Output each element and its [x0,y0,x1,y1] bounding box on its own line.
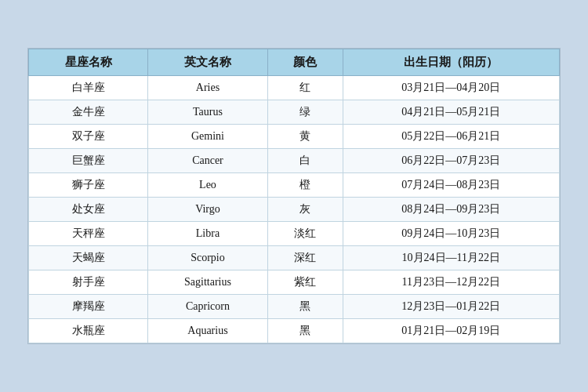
table-row: 狮子座Leo橙07月24日—08月23日 [29,173,560,198]
table-row: 金牛座Taurus绿04月21日—05月21日 [29,100,560,125]
cell-0-0: 白羊座 [29,76,148,100]
cell-8-2: 紫红 [267,270,343,295]
cell-1-1: Taurus [148,100,267,125]
table-row: 射手座Sagittarius紫红11月23日—12月22日 [29,270,560,295]
cell-0-3: 03月21日—04月20日 [343,76,559,100]
cell-0-1: Aries [148,76,267,100]
table-row: 天蝎座Scorpio深红10月24日—11月22日 [29,246,560,270]
cell-2-0: 双子座 [29,125,148,149]
cell-5-2: 灰 [267,198,343,222]
cell-6-3: 09月24日—10月23日 [343,222,559,246]
cell-2-1: Gemini [148,125,267,149]
table-body: 白羊座Aries红03月21日—04月20日金牛座Taurus绿04月21日—0… [29,76,560,343]
cell-4-1: Leo [148,173,267,198]
cell-9-0: 摩羯座 [29,295,148,319]
table-row: 摩羯座Capricorn黑12月23日—01月22日 [29,295,560,319]
cell-3-2: 白 [267,149,343,173]
table-row: 处女座Virgo灰08月24日—09月23日 [29,198,560,222]
zodiac-table-container: 星座名称 英文名称 颜色 出生日期（阳历） 白羊座Aries红03月21日—04… [27,48,561,344]
cell-6-0: 天秤座 [29,222,148,246]
cell-4-3: 07月24日—08月23日 [343,173,559,198]
cell-1-3: 04月21日—05月21日 [343,100,559,125]
cell-7-0: 天蝎座 [29,246,148,270]
cell-8-3: 11月23日—12月22日 [343,270,559,295]
cell-1-0: 金牛座 [29,100,148,125]
cell-5-0: 处女座 [29,198,148,222]
cell-4-0: 狮子座 [29,173,148,198]
cell-3-0: 巨蟹座 [29,149,148,173]
cell-5-1: Virgo [148,198,267,222]
cell-6-2: 淡红 [267,222,343,246]
cell-10-1: Aquarius [148,319,267,343]
cell-10-2: 黑 [267,319,343,343]
cell-3-3: 06月22日—07月23日 [343,149,559,173]
table-row: 双子座Gemini黄05月22日—06月21日 [29,125,560,149]
table-row: 水瓶座Aquarius黑01月21日—02月19日 [29,319,560,343]
table-row: 白羊座Aries红03月21日—04月20日 [29,76,560,100]
cell-4-2: 橙 [267,173,343,198]
col-header-english-name: 英文名称 [148,49,267,76]
cell-10-3: 01月21日—02月19日 [343,319,559,343]
cell-9-1: Capricorn [148,295,267,319]
table-row: 天秤座Libra淡红09月24日—10月23日 [29,222,560,246]
cell-8-0: 射手座 [29,270,148,295]
cell-2-3: 05月22日—06月21日 [343,125,559,149]
cell-5-3: 08月24日—09月23日 [343,198,559,222]
col-header-color: 颜色 [267,49,343,76]
cell-7-3: 10月24日—11月22日 [343,246,559,270]
zodiac-table: 星座名称 英文名称 颜色 出生日期（阳历） 白羊座Aries红03月21日—04… [28,49,560,343]
cell-1-2: 绿 [267,100,343,125]
table-header-row: 星座名称 英文名称 颜色 出生日期（阳历） [29,49,560,76]
cell-6-1: Libra [148,222,267,246]
table-row: 巨蟹座Cancer白06月22日—07月23日 [29,149,560,173]
cell-3-1: Cancer [148,149,267,173]
col-header-birthdate: 出生日期（阳历） [343,49,559,76]
cell-9-2: 黑 [267,295,343,319]
cell-9-3: 12月23日—01月22日 [343,295,559,319]
cell-0-2: 红 [267,76,343,100]
cell-7-1: Scorpio [148,246,267,270]
col-header-chinese-name: 星座名称 [29,49,148,76]
cell-8-1: Sagittarius [148,270,267,295]
cell-2-2: 黄 [267,125,343,149]
cell-7-2: 深红 [267,246,343,270]
cell-10-0: 水瓶座 [29,319,148,343]
